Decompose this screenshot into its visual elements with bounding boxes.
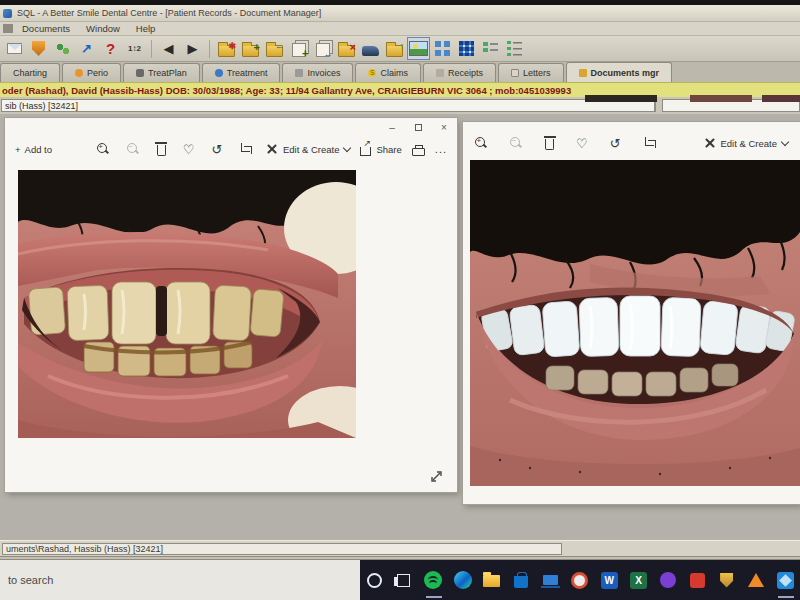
mail-icon[interactable] (4, 38, 25, 59)
menu-documents[interactable]: Documents (22, 23, 70, 34)
menu-help[interactable]: Help (136, 23, 156, 34)
tab-claims[interactable]: SClaims (355, 63, 421, 82)
add-to-button[interactable]: + Add to (15, 144, 52, 155)
letters-icon (511, 69, 519, 77)
perio-icon (75, 69, 83, 77)
forward-icon[interactable]: ▶ (182, 38, 203, 59)
tab-letters[interactable]: Letters (498, 63, 564, 82)
chevron-down-icon (343, 143, 351, 151)
rotate-icon[interactable]: ↺ (610, 137, 621, 150)
vlc-icon[interactable] (741, 560, 770, 600)
folder-add-icon[interactable] (240, 38, 261, 59)
task-view-icon[interactable] (389, 560, 418, 600)
app-icon (3, 9, 12, 18)
photos-icon[interactable] (771, 560, 800, 600)
back-icon[interactable]: ◀ (158, 38, 179, 59)
list-view-icon[interactable] (504, 38, 525, 59)
settings-gears-icon[interactable] (52, 38, 73, 59)
folder-delete-icon[interactable] (336, 38, 357, 59)
edit-create-label: Edit & Create (721, 138, 778, 149)
chevron-down-icon (781, 137, 789, 145)
tab-invoices[interactable]: Invoices (282, 63, 353, 82)
excel-icon[interactable]: X (624, 560, 653, 600)
crop-icon[interactable] (643, 137, 655, 149)
photos-toolbar: + Add to + − ♡ ↺ Edit & Create Share ... (5, 136, 457, 162)
tab-treatment[interactable]: Treatment (202, 63, 281, 82)
delete-icon[interactable] (545, 139, 554, 150)
store-icon[interactable] (507, 560, 536, 600)
pages-add-icon[interactable] (288, 38, 309, 59)
treatment-icon (215, 69, 223, 77)
menu-stub-icon (3, 24, 13, 33)
rotate-icon[interactable]: ↺ (211, 143, 222, 156)
patient-info-bar: oder (Rashad), David (Hassib-Hass) DOB: … (0, 82, 800, 97)
edit-create-button[interactable]: Edit & Create (704, 137, 789, 149)
help-icon[interactable]: ? (100, 38, 121, 59)
photos-window-after: + − ♡ ↺ Edit & Create (463, 122, 800, 504)
zoom-out-icon[interactable]: − (510, 137, 523, 150)
expand-icon[interactable] (430, 470, 443, 483)
maximize-button[interactable] (405, 118, 431, 136)
zoom-in-icon[interactable]: + (97, 143, 110, 156)
minimize-button[interactable]: – (379, 118, 405, 136)
tab-receipts[interactable]: Receipts (423, 63, 496, 82)
cortana-icon[interactable] (360, 560, 389, 600)
tab-perio[interactable]: Perio (62, 63, 121, 82)
favorite-icon[interactable]: ♡ (576, 137, 588, 150)
taskbar-search[interactable]: to search (0, 560, 360, 600)
favorite-icon[interactable]: ♡ (183, 143, 195, 156)
red-app-icon[interactable] (683, 560, 712, 600)
edge-icon[interactable] (448, 560, 477, 600)
laptop-app-icon[interactable] (536, 560, 565, 600)
search-text: to search (8, 574, 53, 586)
thumbnail-strip (585, 95, 657, 102)
toolbar-separator (209, 40, 210, 58)
patient-selector-value: sib (Hass) [32421] (5, 101, 78, 111)
number-sort-icon[interactable]: 1↕2 (124, 38, 145, 59)
scanner-icon[interactable] (360, 38, 381, 59)
tab-treatplan[interactable]: TreatPlan (123, 63, 200, 82)
file-explorer-icon[interactable] (477, 560, 506, 600)
before-photo (18, 170, 356, 438)
documents-mgr-icon (579, 69, 587, 77)
close-button[interactable]: × (431, 118, 457, 136)
zoom-out-icon[interactable]: − (127, 143, 140, 156)
pages-previous-icon[interactable] (312, 38, 333, 59)
security-shield-icon[interactable] (712, 560, 741, 600)
patient-selector-row: sib (Hass) [32421] (0, 97, 800, 114)
status-bar: uments\Rashad, Hassib (Hass) [32421] (0, 540, 800, 556)
patient-selector-input[interactable]: sib (Hass) [32421] (1, 99, 656, 112)
invoices-icon (295, 69, 303, 77)
folder-upload-icon[interactable] (384, 38, 405, 59)
spotify-icon[interactable] (419, 560, 448, 600)
purple-app-icon[interactable] (653, 560, 682, 600)
edit-create-button[interactable]: Edit & Create (266, 143, 351, 155)
share-label: Share (376, 144, 401, 155)
crop-icon[interactable] (239, 143, 251, 155)
see-more-icon[interactable]: ... (435, 143, 447, 155)
zoom-in-icon[interactable]: + (475, 137, 488, 150)
menu-bar: Documents Window Help (0, 22, 800, 36)
tab-documents-mgr[interactable]: Documents mgr (566, 62, 673, 82)
share-button[interactable]: Share (360, 142, 401, 156)
browser-icon[interactable] (565, 560, 594, 600)
menu-window[interactable]: Window (86, 23, 120, 34)
image-preview-icon[interactable] (408, 38, 429, 59)
shield-icon[interactable] (28, 38, 49, 59)
print-icon[interactable] (412, 148, 425, 156)
folder-previous-icon[interactable] (264, 38, 285, 59)
thumbnails-large-icon[interactable] (456, 38, 477, 59)
thumbnails-details-icon[interactable] (480, 38, 501, 59)
after-photo (470, 160, 800, 486)
tab-charting[interactable]: Charting (0, 63, 60, 82)
patient-summary: oder (Rashad), David (Hassib-Hass) DOB: … (2, 85, 571, 96)
toolbar-separator (151, 40, 152, 58)
delete-icon[interactable] (157, 145, 166, 156)
word-icon[interactable]: W (595, 560, 624, 600)
folder-new-icon[interactable] (216, 38, 237, 59)
plus-icon: + (15, 144, 21, 155)
statistics-icon[interactable]: ↗ (76, 38, 97, 59)
window-title: SQL - A Better Smile Dental Centre - [Pa… (17, 8, 321, 18)
edit-create-label: Edit & Create (283, 144, 340, 155)
thumbnails-small-icon[interactable] (432, 38, 453, 59)
